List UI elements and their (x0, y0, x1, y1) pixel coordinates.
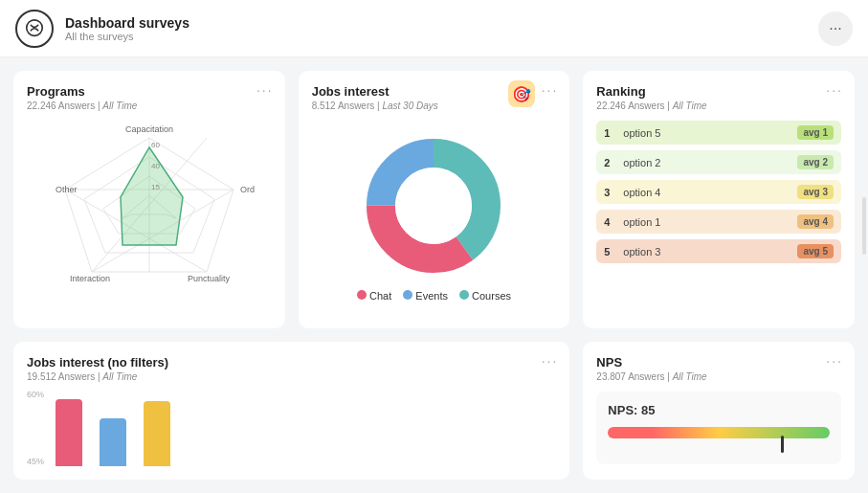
svg-text:Interaction: Interaction (70, 274, 110, 283)
ranking-item: 1 option 5 avg 1 (596, 121, 841, 145)
courses-dot (459, 290, 469, 300)
ranking-menu-button[interactable]: ··· (826, 82, 843, 98)
rank-avg: avg 1 (797, 125, 834, 140)
ranking-card: Ranking 22.246 Answers | All Time ··· 1 … (583, 71, 855, 328)
header-titles: Dashboard surveys All the surveys (65, 15, 189, 42)
donut-container: Chat Events Courses (312, 111, 557, 322)
job-icon: 🎯 (508, 80, 535, 107)
ranking-item: 2 option 2 avg 2 (596, 150, 841, 174)
nps-score: NPS: 85 (608, 403, 655, 417)
svg-text:15: 15 (151, 183, 160, 191)
programs-title: Programs (27, 84, 272, 99)
svg-text:Order: Order (240, 185, 255, 194)
courses-label: Courses (472, 290, 511, 302)
header-left: Dashboard surveys All the surveys (15, 10, 189, 48)
rank-number: 3 (604, 187, 617, 198)
svg-text:40: 40 (151, 162, 160, 170)
bar-chart-y-axis: 60% 45% (27, 390, 44, 466)
header-main-title: Dashboard surveys (65, 15, 189, 31)
chat-label: Chat (369, 290, 391, 302)
bar (56, 399, 82, 466)
rank-avg: avg 3 (797, 185, 834, 199)
chat-dot (357, 290, 367, 300)
rank-label: option 1 (623, 216, 791, 228)
rank-label: option 2 (623, 157, 791, 168)
y-label-bottom: 45% (27, 457, 44, 466)
header-menu-button[interactable]: ··· (818, 11, 853, 46)
nps-title: NPS (596, 355, 841, 370)
nps-score-box: NPS: 85 (596, 392, 841, 464)
header: Dashboard surveys All the surveys ··· (0, 0, 868, 57)
jobs-no-filters-card: Jobs interest (no filters) 19.512 Answer… (13, 342, 569, 480)
rank-number: 4 (604, 216, 617, 228)
nps-bar-track (608, 427, 830, 438)
nps-indicator (781, 436, 784, 453)
rank-label: option 4 (623, 187, 791, 198)
jobs-interest-menu-button[interactable]: ··· (542, 82, 559, 98)
svg-text:Punctuality: Punctuality (188, 274, 231, 283)
nps-card: NPS 23.807 Answers | All Time ··· NPS: 8… (583, 342, 855, 480)
ranking-item: 5 option 3 avg 5 (596, 239, 841, 263)
nps-menu-button[interactable]: ··· (826, 353, 843, 369)
legend-events: Events (403, 290, 448, 302)
ranking-item: 4 option 1 avg 4 (596, 210, 841, 234)
rank-number: 1 (604, 127, 617, 139)
radar-chart-container: Capacitation Order Punctuality Interacti… (27, 111, 272, 322)
donut-chart (347, 132, 520, 280)
logo (15, 10, 54, 48)
bar (144, 401, 170, 466)
jobs-nf-menu-button[interactable]: ··· (542, 353, 559, 369)
ranking-subtitle: 22.246 Answers | All Time (596, 101, 841, 111)
scrollbar[interactable] (862, 197, 866, 255)
events-label: Events (415, 290, 448, 302)
radar-chart: Capacitation Order Punctuality Interacti… (44, 121, 255, 312)
rank-label: option 5 (623, 127, 791, 139)
programs-card: Programs 22.246 Answers | All Time ··· (13, 71, 285, 328)
ranking-title: Ranking (596, 84, 841, 99)
rank-avg: avg 4 (797, 214, 834, 229)
programs-menu-button[interactable]: ··· (256, 82, 274, 98)
rank-avg: avg 2 (797, 155, 834, 169)
rank-number: 5 (604, 246, 617, 258)
svg-text:Capacitation: Capacitation (125, 124, 173, 134)
svg-text:Other: Other (56, 185, 78, 194)
jobs-nf-title: Jobs interest (no filters) (27, 355, 556, 370)
svg-point-22 (395, 168, 472, 244)
ranking-item: 3 option 4 avg 3 (596, 180, 841, 204)
programs-subtitle: 22.246 Answers | All Time (27, 101, 272, 111)
bar-chart-area (56, 390, 556, 466)
rank-label: option 3 (623, 246, 791, 258)
y-label-top: 60% (27, 390, 44, 399)
jobs-nf-subtitle: 19.512 Answers | All Time (27, 371, 556, 382)
main-content: Programs 22.246 Answers | All Time ··· (0, 57, 868, 493)
legend-chat: Chat (357, 290, 391, 302)
rank-number: 2 (604, 157, 617, 168)
ranking-list: 1 option 5 avg 1 2 option 2 avg 2 3 opti… (596, 121, 841, 263)
nps-subtitle: 23.807 Answers | All Time (596, 371, 841, 382)
rank-avg: avg 5 (797, 244, 834, 258)
svg-text:60: 60 (151, 141, 160, 149)
events-dot (403, 290, 412, 300)
bar (100, 418, 126, 466)
bar-chart-container: 60% 45% (27, 390, 556, 466)
donut-legend: Chat Events Courses (357, 290, 511, 302)
jobs-interest-card: Jobs interest 8.512 Answers | Last 30 Da… (299, 71, 570, 328)
legend-courses: Courses (459, 290, 511, 302)
header-sub-title: All the surveys (65, 31, 189, 42)
